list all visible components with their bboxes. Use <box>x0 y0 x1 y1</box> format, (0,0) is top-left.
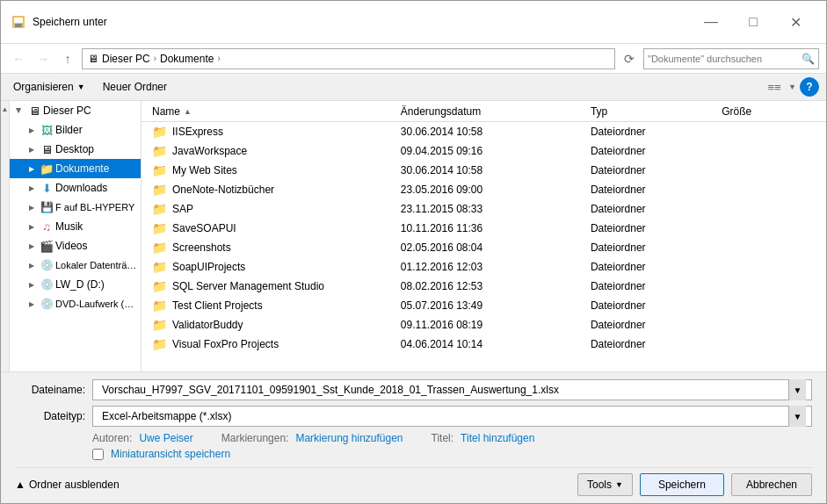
col-header-type[interactable]: Typ <box>584 104 715 119</box>
table-row[interactable]: 📁 SQL Server Management Studio 08.02.201… <box>141 277 826 296</box>
save-button[interactable]: Speichern <box>640 473 724 496</box>
filename-field[interactable]: ▼ <box>92 379 812 400</box>
filename-label: Dateiname: <box>15 384 85 396</box>
folder-toggle[interactable]: ▲ Ordner ausblenden <box>15 479 120 491</box>
folder-icon: 📁 <box>152 125 167 139</box>
navbar: ← → ↑ 🖥 Dieser PC › Dokumente › ⟳ 🔍 <box>1 44 826 74</box>
markers-label: Markierungen: <box>221 432 289 444</box>
view-button[interactable]: ≡≡ <box>764 77 785 97</box>
pc-icon: 🖥 <box>88 53 98 65</box>
tools-button[interactable]: Tools ▼ <box>577 473 633 496</box>
expand-downloads-icon: ▶ <box>25 182 38 194</box>
sidebar-label-videos: Videos <box>55 240 87 252</box>
sidebar-item-lw-d[interactable]: ▶ 💿 LW_D (D:) <box>10 275 141 294</box>
expand-dvd-icon: ▶ <box>25 298 38 310</box>
sidebar-label-downloads: Downloads <box>55 182 107 194</box>
markers-link[interactable]: Markierung hinzufügen <box>295 432 403 444</box>
file-type: Dateiordner <box>584 261 715 273</box>
folder-icon: 📁 <box>152 260 167 274</box>
breadcrumb-sep-1: › <box>154 54 156 63</box>
file-type: Dateiordner <box>584 241 715 254</box>
table-row[interactable]: 📁 Visual FoxPro Projects 04.06.2014 10:1… <box>141 335 826 354</box>
filename-row: Dateiname: ▼ <box>15 379 812 400</box>
filename-input[interactable] <box>98 384 788 396</box>
thumbnail-label[interactable]: Miniaturansicht speichern <box>111 448 230 460</box>
file-name: SQL Server Management Studio <box>172 280 324 292</box>
back-button[interactable]: ← <box>8 48 29 69</box>
sidebar-label-f-auf-bl: F auf BL-HYPERY <box>55 202 134 212</box>
sidebar-item-dvd[interactable]: ▶ 💿 DVD-Laufwerk (C… <box>10 294 141 313</box>
cancel-button[interactable]: Abbrechen <box>731 473 812 496</box>
table-row[interactable]: 📁 IISExpress 30.06.2014 10:58 Dateiordne… <box>141 122 826 141</box>
help-button[interactable]: ? <box>800 77 819 97</box>
file-list: 📁 IISExpress 30.06.2014 10:58 Dateiordne… <box>141 122 826 371</box>
svg-rect-1 <box>14 18 23 23</box>
title-link[interactable]: Titel hinzufügen <box>461 432 534 444</box>
bilder-icon: 🖼 <box>40 123 54 137</box>
sidebar-label-dokumente: Dokumente <box>55 162 109 175</box>
forward-button[interactable]: → <box>33 48 54 69</box>
file-area: Name ▲ Änderungsdatum Typ Größe 📁 I <box>141 101 826 371</box>
sidebar-item-bilder[interactable]: ▶ 🖼 Bilder <box>10 120 141 140</box>
table-row[interactable]: 📁 ValidatorBuddy 09.11.2016 08:19 Dateio… <box>141 315 826 335</box>
scroll-up-arrow[interactable]: ▲ <box>1 104 10 113</box>
refresh-button[interactable]: ⟳ <box>619 48 640 69</box>
filename-dropdown-arrow[interactable]: ▼ <box>788 379 806 400</box>
sidebar-label-desktop: Desktop <box>55 143 94 155</box>
dokumente-icon: 📁 <box>40 162 54 176</box>
col-header-size[interactable]: Größe <box>715 104 823 119</box>
expand-dokumente-icon: ▶ <box>25 162 38 175</box>
file-date: 09.04.2015 09:16 <box>394 145 584 157</box>
lokaler-icon: 💿 <box>40 258 54 272</box>
file-type: Dateiordner <box>584 184 715 196</box>
filetype-dropdown-arrow[interactable]: ▼ <box>788 406 806 427</box>
file-name: OneNote-Notizbücher <box>172 184 274 196</box>
minimize-button[interactable]: — <box>691 8 731 36</box>
breadcrumb-dokumente[interactable]: Dokumente › <box>160 53 221 65</box>
sidebar-item-dieser-pc[interactable]: ▶ 🖥 Dieser PC <box>10 101 141 120</box>
thumbnail-row: Miniaturansicht speichern <box>15 448 812 460</box>
title-label: Titel: <box>432 432 454 444</box>
authors-label: Autoren: <box>92 432 132 444</box>
search-input[interactable] <box>648 54 798 64</box>
folder-icon: 📁 <box>152 202 167 216</box>
col-header-date[interactable]: Änderungsdatum <box>394 104 584 119</box>
file-type: Dateiordner <box>584 319 715 331</box>
authors-link[interactable]: Uwe Peiser <box>139 432 192 444</box>
table-row[interactable]: 📁 OneNote-Notizbücher 23.05.2016 09:00 D… <box>141 180 826 199</box>
sidebar-item-videos[interactable]: ▶ 🎬 Videos <box>10 236 141 256</box>
table-row[interactable]: 📁 SoapUIProjects 01.12.2016 12:03 Dateio… <box>141 257 826 277</box>
sidebar-item-lokaler[interactable]: ▶ 💿 Lokaler Datenträ… <box>10 256 141 275</box>
organize-button[interactable]: Organisieren ▼ <box>8 77 91 97</box>
tools-arrow-icon: ▼ <box>615 480 623 489</box>
expand-desktop-icon: ▶ <box>25 143 38 155</box>
lw-d-icon: 💿 <box>40 277 54 292</box>
new-folder-button[interactable]: Neuer Ordner <box>98 77 172 97</box>
filetype-row: Dateityp: Excel-Arbeitsmappe (*.xlsx) ▼ <box>15 406 812 427</box>
file-type: Dateiordner <box>584 203 715 215</box>
organize-arrow-icon: ▼ <box>77 83 85 91</box>
sidebar-item-f-auf-bl[interactable]: ▶ 💾 F auf BL-HYPERY <box>10 198 141 217</box>
search-bar: 🔍 <box>643 48 819 69</box>
save-dialog: Speichern unter — □ ✕ ← → ↑ 🖥 Dieser PC … <box>0 0 827 504</box>
videos-icon: 🎬 <box>40 239 54 253</box>
thumbnail-checkbox[interactable] <box>92 449 104 460</box>
titlebar: Speichern unter — □ ✕ <box>1 1 826 44</box>
table-row[interactable]: 📁 JavaWorkspace 09.04.2015 09:16 Dateior… <box>141 141 826 161</box>
up-button[interactable]: ↑ <box>57 48 78 69</box>
table-row[interactable]: 📁 Screenshots 02.05.2016 08:04 Dateiordn… <box>141 238 826 257</box>
table-row[interactable]: 📁 Test Client Projects 05.07.2016 13:49 … <box>141 296 826 315</box>
sidebar-item-desktop[interactable]: ▶ 🖥 Desktop <box>10 140 141 159</box>
col-header-name[interactable]: Name ▲ <box>145 104 394 119</box>
maximize-button[interactable]: □ <box>733 8 773 36</box>
filetype-field[interactable]: Excel-Arbeitsmappe (*.xlsx) ▼ <box>92 406 812 427</box>
table-row[interactable]: 📁 SAP 23.11.2015 08:33 Dateiordner <box>141 199 826 219</box>
table-row[interactable]: 📁 My Web Sites 30.06.2014 10:58 Dateiord… <box>141 161 826 180</box>
close-button[interactable]: ✕ <box>775 8 816 36</box>
breadcrumb-pc[interactable]: 🖥 Dieser PC › <box>88 53 156 65</box>
expand-f-auf-bl-icon: ▶ <box>25 201 38 213</box>
sidebar-item-musik[interactable]: ▶ ♫ Musik <box>10 217 141 236</box>
sidebar-item-dokumente[interactable]: ▶ 📁 Dokumente <box>10 159 141 178</box>
table-row[interactable]: 📁 SaveSOAPUI 10.11.2016 11:36 Dateiordne… <box>141 219 826 238</box>
sidebar-item-downloads[interactable]: ▶ ⬇ Downloads <box>10 178 141 198</box>
